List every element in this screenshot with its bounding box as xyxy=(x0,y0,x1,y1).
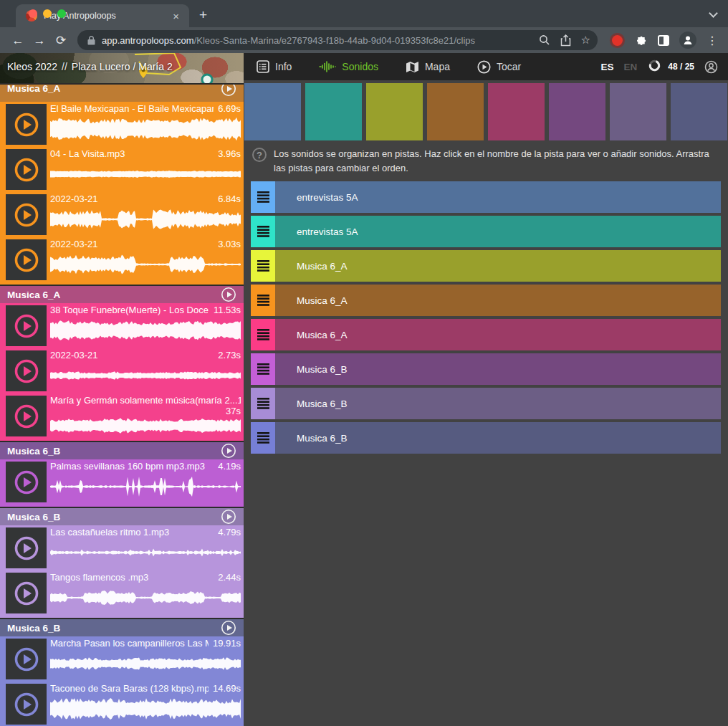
clip-play-button[interactable] xyxy=(6,462,47,502)
browser-profile-avatar[interactable] xyxy=(679,32,696,49)
browser-menu-icon[interactable]: ⋮ xyxy=(707,34,718,47)
track-drag-handle[interactable] xyxy=(251,353,275,385)
clip-row[interactable]: Marcha Pasan los campanilleros Las Mejor… xyxy=(0,636,244,682)
track-row[interactable]: entrevistas 5A xyxy=(251,181,721,213)
track-body[interactable]: Musica 6_A xyxy=(275,319,721,350)
track-drag-handle[interactable] xyxy=(251,250,275,282)
track-drag-handle[interactable] xyxy=(251,181,275,213)
track-drag-handle[interactable] xyxy=(251,319,275,350)
track-drag-handle[interactable] xyxy=(251,388,275,419)
tab-close-icon[interactable]: × xyxy=(170,9,182,23)
new-tab-button[interactable]: + xyxy=(199,7,207,23)
track-label[interactable]: Musica 6_A xyxy=(297,330,348,340)
nav-item-info[interactable]: Info xyxy=(257,60,292,74)
language-en-button[interactable]: EN xyxy=(624,62,638,72)
clip-row[interactable]: Palmas sevillanas 160 bpm mp3.mp3 4.19s xyxy=(0,459,244,505)
track-body[interactable]: entrevistas 5A xyxy=(275,216,721,247)
section-header[interactable]: Musica 6_B xyxy=(0,442,244,459)
tab-search-chevron-icon[interactable] xyxy=(709,9,718,18)
track-swatch[interactable] xyxy=(305,83,362,140)
clip-play-button[interactable] xyxy=(6,527,47,568)
track-swatch[interactable] xyxy=(671,83,727,140)
track-row[interactable]: Musica 6_B xyxy=(251,422,721,454)
section-play-icon[interactable] xyxy=(221,85,236,97)
clip-play-button[interactable] xyxy=(6,239,47,280)
close-window-button[interactable] xyxy=(29,9,37,18)
track-body[interactable]: entrevistas 5A xyxy=(275,181,721,213)
bookmark-star-icon[interactable]: ☆ xyxy=(581,34,590,47)
track-row[interactable]: entrevistas 5A xyxy=(251,216,721,247)
track-swatch[interactable] xyxy=(549,83,605,140)
track-row[interactable]: Musica 6_B xyxy=(251,353,721,385)
minimize-window-button[interactable] xyxy=(43,9,52,18)
nav-item-mapa[interactable]: Mapa xyxy=(406,60,450,74)
track-drag-handle[interactable] xyxy=(251,285,275,316)
section-header[interactable]: Musica 6_A xyxy=(0,286,244,303)
reload-button[interactable]: ⟳ xyxy=(52,34,70,47)
track-label[interactable]: Musica 6_B xyxy=(297,364,348,375)
nav-item-sonidos[interactable]: Sonidos xyxy=(319,60,378,74)
track-label[interactable]: Musica 6_B xyxy=(297,433,348,444)
zoom-page-icon[interactable] xyxy=(539,34,550,46)
clip-play-button[interactable] xyxy=(6,104,47,145)
clip-row[interactable]: 04 - La Visita.mp3 3.96s xyxy=(0,147,244,192)
track-body[interactable]: Musica 6_B xyxy=(275,353,721,385)
section-play-icon[interactable] xyxy=(221,509,236,525)
clip-play-button[interactable] xyxy=(6,573,47,613)
account-icon[interactable] xyxy=(704,60,718,74)
section-play-icon[interactable] xyxy=(221,620,236,636)
track-drag-handle[interactable] xyxy=(251,216,275,247)
back-button[interactable]: ← xyxy=(9,34,27,47)
clip-play-button[interactable] xyxy=(6,684,47,725)
track-row[interactable]: Musica 6_A xyxy=(251,319,721,350)
track-body[interactable]: Musica 6_B xyxy=(275,422,721,454)
clip-row[interactable]: El Baile Mexicapan - El Baile Mexicapan.… xyxy=(0,102,244,147)
track-swatch[interactable] xyxy=(488,83,545,140)
track-label[interactable]: entrevistas 5A xyxy=(297,226,358,237)
clip-row[interactable]: Tangos flamencos .mp3 2.44s xyxy=(0,570,244,616)
track-label[interactable]: Musica 6_A xyxy=(297,295,348,306)
section-header[interactable]: Musica 6_B xyxy=(0,619,244,636)
clip-row[interactable]: 38 Toque Funebre(Muerte) - Los Doce Par.… xyxy=(0,303,244,348)
track-label[interactable]: entrevistas 5A xyxy=(297,192,358,203)
forward-button[interactable]: → xyxy=(30,34,49,47)
share-icon[interactable] xyxy=(560,34,571,47)
clip-row[interactable]: 2022-03-21 3.03s xyxy=(0,237,244,282)
clip-row[interactable]: 2022-03-21 6.84s xyxy=(0,192,244,237)
track-swatch[interactable] xyxy=(366,83,423,140)
clip-play-button[interactable] xyxy=(6,149,47,190)
track-body[interactable]: Musica 6_B xyxy=(275,388,721,419)
track-swatch[interactable] xyxy=(427,83,484,140)
clip-row[interactable]: 2022-03-21 2.73s xyxy=(0,348,244,393)
track-row[interactable]: Musica 6_B xyxy=(251,388,721,419)
track-row[interactable]: Musica 6_A xyxy=(251,250,721,282)
track-body[interactable]: Musica 6_A xyxy=(275,285,721,316)
language-es-button[interactable]: ES xyxy=(601,62,614,72)
track-row[interactable]: Musica 6_A xyxy=(251,285,721,316)
section-header[interactable]: Musica 6_A xyxy=(0,85,244,102)
address-bar[interactable]: app.antropoloops.com/Kleos-Santa-Marina/… xyxy=(77,30,598,50)
section-play-icon[interactable] xyxy=(221,287,236,302)
side-panel-icon[interactable] xyxy=(658,35,669,46)
clip-row[interactable]: María y Germán solamente música(maría 2.… xyxy=(0,393,244,439)
clip-play-button[interactable] xyxy=(6,639,47,679)
recording-extension-icon[interactable] xyxy=(612,35,623,46)
clip-play-button[interactable] xyxy=(6,350,47,391)
nav-item-tocar[interactable]: Tocar xyxy=(477,60,521,74)
section-header[interactable]: Musica 6_B xyxy=(0,508,244,525)
track-label[interactable]: Musica 6_B xyxy=(297,398,348,409)
track-swatch[interactable] xyxy=(244,83,301,140)
clip-play-button[interactable] xyxy=(6,194,47,235)
maximize-window-button[interactable] xyxy=(57,9,66,18)
clip-row[interactable]: Las castañuelas ritmo 1.mp3 4.79s xyxy=(0,525,244,570)
section-play-icon[interactable] xyxy=(221,443,236,459)
clip-play-button[interactable] xyxy=(6,396,47,436)
track-label[interactable]: Musica 6_A xyxy=(297,261,348,272)
map-header[interactable]: Kleos 2022//Plaza Lucero / María 2 xyxy=(0,53,244,83)
clip-row[interactable]: Taconeo de Sara Baras (128 kbps).mp3 14.… xyxy=(0,682,244,726)
extensions-puzzle-icon[interactable] xyxy=(636,34,648,47)
track-drag-handle[interactable] xyxy=(251,422,275,454)
track-body[interactable]: Musica 6_A xyxy=(275,250,721,282)
track-swatch[interactable] xyxy=(610,83,666,140)
clip-play-button[interactable] xyxy=(6,305,47,346)
